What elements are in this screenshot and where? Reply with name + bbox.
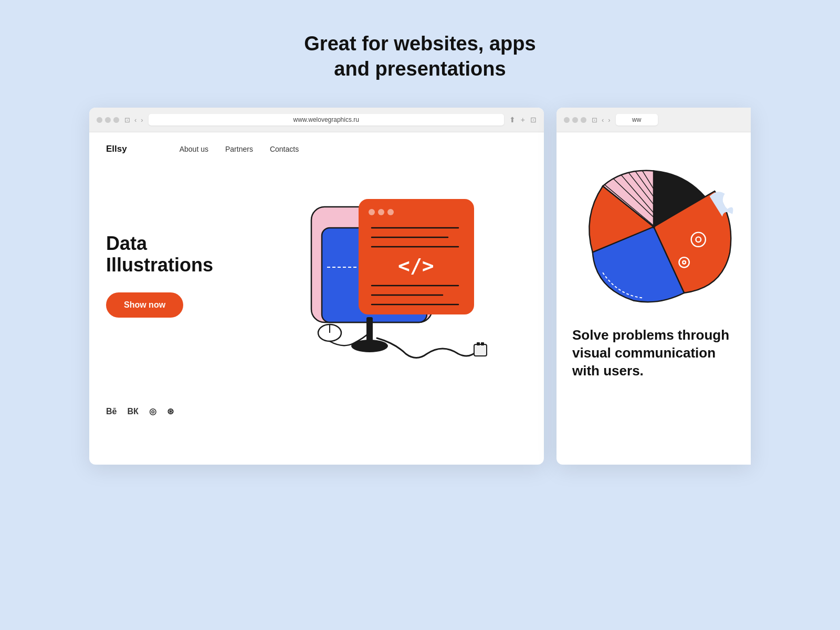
browser-icon-group-1: ⊡ ‹ ›	[124, 116, 143, 124]
instagram-icon[interactable]: ◎	[149, 406, 156, 416]
browser-chrome-1: ⊡ ‹ › ⬆ + ⊡	[89, 108, 544, 132]
nav-contacts[interactable]: Contacts	[270, 145, 299, 153]
show-now-button[interactable]: Show now	[106, 292, 183, 318]
pie-chart-illustration	[572, 148, 735, 306]
bookmark-icon[interactable]: ⊡	[530, 116, 537, 124]
svg-point-4	[378, 209, 384, 215]
browser-dot-1	[97, 117, 102, 123]
browser-dot-3	[113, 117, 119, 123]
vk-icon[interactable]: ВК	[127, 407, 138, 416]
page-title: Great for websites, apps and presentatio…	[304, 32, 536, 81]
svg-rect-16	[474, 344, 487, 356]
window1-footer: Bē ВК ◎ ⊛	[89, 396, 544, 427]
browser-icon-group-2: ⊡ ‹ ›	[592, 116, 611, 124]
browser-window-1: ⊡ ‹ › ⬆ + ⊡ Ellsy About us Partners Cont…	[89, 108, 544, 465]
back-icon-2[interactable]: ‹	[602, 116, 604, 124]
tab-icon: ⊡	[124, 116, 130, 124]
svg-point-31	[652, 225, 655, 228]
browser-dots-1	[97, 117, 119, 123]
window1-hero: Data Illustrations Show now	[89, 160, 544, 396]
svg-rect-18	[481, 342, 484, 345]
svg-text:</>: </>	[398, 254, 434, 277]
browser-chrome-2: ⊡ ‹ ›	[556, 108, 751, 132]
browser-dots-2	[564, 117, 586, 123]
hero-text: Data Illustrations Show now	[106, 233, 243, 318]
address-bar-1[interactable]	[149, 114, 504, 125]
svg-point-5	[387, 209, 394, 215]
nav-about[interactable]: About us	[180, 145, 208, 153]
browser-dot-2	[105, 117, 111, 123]
hero-illustration: </>	[253, 175, 527, 375]
window1-nav-links: About us Partners Contacts	[180, 145, 299, 153]
forward-icon[interactable]: ›	[141, 116, 143, 124]
site-logo: Ellsy	[106, 144, 127, 154]
add-tab-icon[interactable]: +	[521, 116, 525, 124]
nav-partners[interactable]: Partners	[225, 145, 253, 153]
window1-nav: Ellsy About us Partners Contacts	[89, 132, 544, 160]
browsers-row: ⊡ ‹ › ⬆ + ⊡ Ellsy About us Partners Cont…	[89, 108, 751, 465]
browser-window-2: ⊡ ‹ ›	[556, 108, 751, 465]
pie-chart-svg	[572, 148, 735, 306]
dribbble-icon[interactable]: ⊛	[167, 406, 174, 416]
computer-illustration: </>	[280, 175, 500, 375]
forward-icon-2[interactable]: ›	[608, 116, 610, 124]
window2-content: Solve problems through visual communicat…	[556, 132, 751, 401]
back-icon[interactable]: ‹	[134, 116, 136, 124]
address-bar-2[interactable]	[616, 114, 658, 125]
share-icon[interactable]: ⬆	[509, 116, 516, 124]
tab-icon-2: ⊡	[592, 116, 597, 124]
hero-headline: Data Illustrations	[106, 233, 243, 276]
svg-rect-17	[477, 342, 480, 345]
svg-point-3	[369, 209, 375, 215]
browser-dot-6	[581, 117, 586, 123]
browser-actions-1: ⬆ + ⊡	[509, 116, 537, 124]
behance-icon[interactable]: Bē	[106, 407, 117, 416]
browser-dot-5	[572, 117, 578, 123]
window1-content: Ellsy About us Partners Contacts Data Il…	[89, 132, 544, 427]
browser-dot-4	[564, 117, 570, 123]
svg-rect-14	[366, 317, 373, 343]
solve-text: Solve problems through visual communicat…	[572, 327, 729, 380]
